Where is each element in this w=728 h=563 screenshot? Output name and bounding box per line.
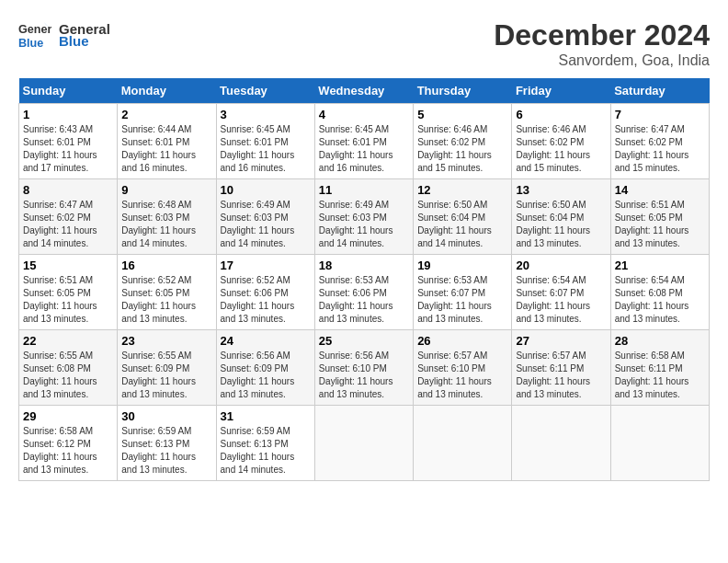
day-number: 19 [417,259,507,272]
calendar-cell: 26Sunrise: 6:57 AMSunset: 6:10 PMDayligh… [414,330,512,406]
day-info: Sunrise: 6:46 AMSunset: 6:02 PMDaylight:… [417,123,507,175]
day-number: 12 [417,183,507,197]
calendar-week-2: 8Sunrise: 6:47 AMSunset: 6:02 PMDaylight… [19,179,710,255]
day-number: 21 [615,259,705,272]
logo: General Blue General Blue [18,18,110,52]
day-info: Sunrise: 6:50 AMSunset: 6:04 PMDaylight:… [417,199,507,250]
weekday-header-thursday: Thursday [414,78,512,104]
calendar-cell: 22Sunrise: 6:55 AMSunset: 6:08 PMDayligh… [19,330,118,406]
day-info: Sunrise: 6:51 AMSunset: 6:05 PMDaylight:… [615,199,705,250]
day-number: 7 [615,108,705,121]
calendar-cell: 27Sunrise: 6:57 AMSunset: 6:11 PMDayligh… [512,330,610,406]
day-info: Sunrise: 6:51 AMSunset: 6:05 PMDaylight:… [23,274,113,326]
weekday-header-wednesday: Wednesday [314,78,413,104]
calendar-cell: 6Sunrise: 6:46 AMSunset: 6:02 PMDaylight… [512,104,610,179]
day-number: 30 [121,409,211,423]
day-number: 5 [417,108,507,121]
day-info: Sunrise: 6:55 AMSunset: 6:08 PMDaylight:… [23,350,113,401]
day-info: Sunrise: 6:45 AMSunset: 6:01 PMDaylight:… [221,123,311,175]
day-info: Sunrise: 6:55 AMSunset: 6:09 PMDaylight:… [121,350,211,401]
day-info: Sunrise: 6:53 AMSunset: 6:06 PMDaylight:… [319,274,409,326]
day-info: Sunrise: 6:47 AMSunset: 6:02 PMDaylight:… [23,199,113,250]
calendar-cell: 9Sunrise: 6:48 AMSunset: 6:03 PMDaylight… [118,179,216,255]
day-info: Sunrise: 6:47 AMSunset: 6:02 PMDaylight:… [615,123,705,175]
day-number: 31 [221,409,311,423]
calendar-cell: 17Sunrise: 6:52 AMSunset: 6:06 PMDayligh… [216,255,314,330]
day-number: 24 [221,334,311,348]
day-number: 1 [23,108,113,121]
day-info: Sunrise: 6:50 AMSunset: 6:04 PMDaylight:… [516,199,606,250]
day-number: 29 [23,409,113,423]
day-info: Sunrise: 6:43 AMSunset: 6:01 PMDaylight:… [23,123,113,175]
calendar-week-5: 29Sunrise: 6:58 AMSunset: 6:12 PMDayligh… [19,406,710,481]
day-info: Sunrise: 6:58 AMSunset: 6:12 PMDaylight:… [23,425,113,477]
calendar-cell: 24Sunrise: 6:56 AMSunset: 6:09 PMDayligh… [216,330,314,406]
day-info: Sunrise: 6:44 AMSunset: 6:01 PMDaylight:… [121,123,211,175]
calendar-cell: 11Sunrise: 6:49 AMSunset: 6:03 PMDayligh… [314,179,413,255]
location: Sanvordem, Goa, India [494,52,710,69]
logo-icon: General Blue [18,18,51,52]
day-number: 8 [23,183,113,197]
day-info: Sunrise: 6:46 AMSunset: 6:02 PMDaylight:… [516,123,606,175]
weekday-header-friday: Friday [512,78,610,104]
svg-text:Blue: Blue [18,37,43,50]
calendar-cell: 25Sunrise: 6:56 AMSunset: 6:10 PMDayligh… [314,330,413,406]
day-info: Sunrise: 6:52 AMSunset: 6:05 PMDaylight:… [121,274,211,326]
calendar-cell: 15Sunrise: 6:51 AMSunset: 6:05 PMDayligh… [19,255,118,330]
weekday-header-row: SundayMondayTuesdayWednesdayThursdayFrid… [19,78,710,104]
weekday-header-saturday: Saturday [610,78,709,104]
day-info: Sunrise: 6:57 AMSunset: 6:11 PMDaylight:… [516,350,606,401]
day-number: 3 [221,108,311,121]
calendar-cell: 1Sunrise: 6:43 AMSunset: 6:01 PMDaylight… [19,104,118,179]
day-number: 13 [516,183,606,197]
day-info: Sunrise: 6:54 AMSunset: 6:08 PMDaylight:… [615,274,705,326]
weekday-header-sunday: Sunday [19,78,118,104]
day-number: 14 [615,183,705,197]
day-info: Sunrise: 6:59 AMSunset: 6:13 PMDaylight:… [221,425,311,477]
calendar-cell [610,406,709,481]
day-info: Sunrise: 6:54 AMSunset: 6:07 PMDaylight:… [516,274,606,326]
calendar-week-3: 15Sunrise: 6:51 AMSunset: 6:05 PMDayligh… [19,255,710,330]
day-number: 22 [23,334,113,348]
day-info: Sunrise: 6:49 AMSunset: 6:03 PMDaylight:… [221,199,311,250]
day-number: 11 [319,183,409,197]
day-info: Sunrise: 6:49 AMSunset: 6:03 PMDaylight:… [319,199,409,250]
month-title: December 2024 [494,18,710,52]
calendar-cell: 31Sunrise: 6:59 AMSunset: 6:13 PMDayligh… [216,406,314,481]
calendar-cell [512,406,610,481]
calendar-cell: 18Sunrise: 6:53 AMSunset: 6:06 PMDayligh… [314,255,413,330]
calendar-cell: 29Sunrise: 6:58 AMSunset: 6:12 PMDayligh… [19,406,118,481]
weekday-header-tuesday: Tuesday [216,78,314,104]
day-number: 18 [319,259,409,272]
day-number: 17 [221,259,311,272]
calendar-table: SundayMondayTuesdayWednesdayThursdayFrid… [18,78,710,481]
page-header: General Blue General Blue December 2024 … [18,18,710,69]
calendar-cell: 21Sunrise: 6:54 AMSunset: 6:08 PMDayligh… [610,255,709,330]
calendar-cell: 3Sunrise: 6:45 AMSunset: 6:01 PMDaylight… [216,104,314,179]
day-info: Sunrise: 6:48 AMSunset: 6:03 PMDaylight:… [121,199,211,250]
calendar-cell [314,406,413,481]
calendar-cell: 16Sunrise: 6:52 AMSunset: 6:05 PMDayligh… [118,255,216,330]
calendar-cell: 2Sunrise: 6:44 AMSunset: 6:01 PMDaylight… [118,104,216,179]
day-info: Sunrise: 6:45 AMSunset: 6:01 PMDaylight:… [319,123,409,175]
day-number: 9 [121,183,211,197]
calendar-cell: 30Sunrise: 6:59 AMSunset: 6:13 PMDayligh… [118,406,216,481]
day-number: 4 [319,108,409,121]
calendar-cell: 12Sunrise: 6:50 AMSunset: 6:04 PMDayligh… [414,179,512,255]
day-info: Sunrise: 6:56 AMSunset: 6:10 PMDaylight:… [319,350,409,401]
day-info: Sunrise: 6:52 AMSunset: 6:06 PMDaylight:… [221,274,311,326]
day-number: 2 [121,108,211,121]
weekday-header-monday: Monday [118,78,216,104]
day-info: Sunrise: 6:53 AMSunset: 6:07 PMDaylight:… [417,274,507,326]
day-number: 10 [221,183,311,197]
calendar-cell: 10Sunrise: 6:49 AMSunset: 6:03 PMDayligh… [216,179,314,255]
svg-text:General: General [18,23,51,36]
calendar-week-1: 1Sunrise: 6:43 AMSunset: 6:01 PMDaylight… [19,104,710,179]
calendar-cell: 4Sunrise: 6:45 AMSunset: 6:01 PMDaylight… [314,104,413,179]
day-number: 23 [121,334,211,348]
calendar-cell: 7Sunrise: 6:47 AMSunset: 6:02 PMDaylight… [610,104,709,179]
day-number: 27 [516,334,606,348]
calendar-cell: 28Sunrise: 6:58 AMSunset: 6:11 PMDayligh… [610,330,709,406]
day-number: 26 [417,334,507,348]
calendar-cell: 14Sunrise: 6:51 AMSunset: 6:05 PMDayligh… [610,179,709,255]
